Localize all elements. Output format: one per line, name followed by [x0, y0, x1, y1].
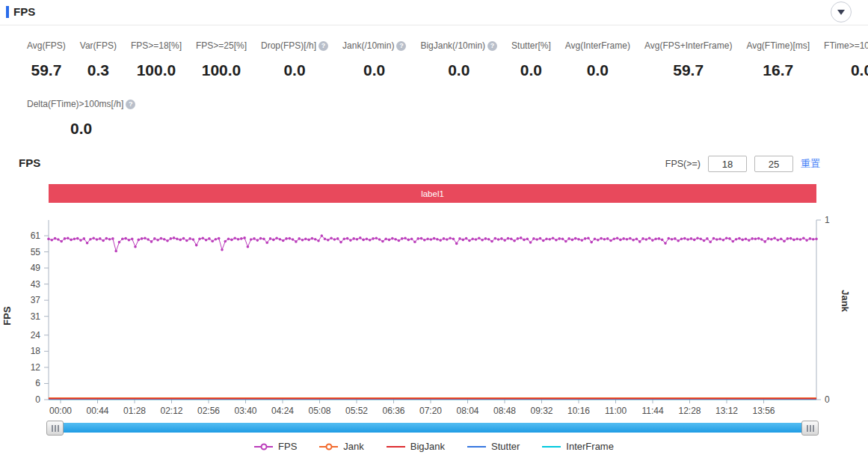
- svg-text:61: 61: [31, 230, 41, 241]
- stat-item: FPS>=18[%] ? 100.0: [131, 40, 182, 79]
- legend-label: FPS: [278, 441, 297, 452]
- svg-text:00:00: 00:00: [49, 406, 72, 415]
- stat-item: Jank(/10min) ? 0.0: [342, 40, 406, 79]
- accent-bar: [6, 6, 9, 18]
- svg-text:6: 6: [35, 378, 40, 388]
- stat-item: BigJank(/10min) ? 0.0: [420, 40, 497, 79]
- fps-chart[interactable]: 061218243137434955610100:0000:4401:2802:…: [0, 213, 868, 415]
- stat-value: 59.7: [673, 61, 704, 79]
- svg-text:18: 18: [31, 346, 41, 356]
- svg-text:10:16: 10:16: [567, 406, 590, 415]
- svg-text:07:20: 07:20: [419, 406, 442, 415]
- stat-value: 59.7: [31, 61, 61, 79]
- svg-text:0: 0: [825, 394, 830, 405]
- svg-text:1: 1: [825, 215, 830, 225]
- help-icon[interactable]: ?: [487, 41, 497, 51]
- help-icon[interactable]: ?: [396, 41, 406, 51]
- svg-text:11:00: 11:00: [605, 406, 627, 415]
- svg-text:43: 43: [31, 279, 41, 290]
- chart-title: FPS: [19, 156, 40, 169]
- fps-threshold-input-2[interactable]: [754, 156, 793, 172]
- stat-value: 0.0: [283, 61, 305, 79]
- stat-label: Avg(FTime)[ms]: [746, 40, 810, 51]
- legend-item-jank[interactable]: Jank: [319, 441, 363, 452]
- legend-label: InterFrame: [566, 441, 614, 452]
- svg-text:12: 12: [31, 362, 41, 373]
- stat-item: FTime>=100ms[%] ? 0.0: [824, 40, 868, 79]
- svg-text:Jank: Jank: [840, 290, 851, 312]
- help-icon[interactable]: ?: [126, 100, 135, 109]
- stat-item: Delta(FTime)>100ms[/h] ? 0.0: [27, 99, 135, 138]
- legend-item-interframe[interactable]: InterFrame: [542, 441, 614, 452]
- reset-link[interactable]: 重置: [801, 157, 820, 171]
- stat-label: Var(FPS): [80, 40, 117, 51]
- svg-text:02:12: 02:12: [160, 406, 182, 415]
- stat-item: Avg(FPS) ? 59.7: [27, 40, 66, 79]
- collapse-button[interactable]: [831, 1, 852, 22]
- svg-text:31: 31: [31, 311, 41, 322]
- svg-text:37: 37: [31, 295, 41, 305]
- svg-text:03:40: 03:40: [234, 406, 256, 415]
- svg-text:05:52: 05:52: [345, 406, 368, 415]
- svg-text:0: 0: [35, 394, 40, 405]
- panel-title-wrap: FPS: [6, 5, 35, 18]
- fps-panel: FPS Avg(FPS) ? 59.7 Var(FPS) ? 0.3 FPS>=…: [0, 0, 868, 455]
- svg-text:12:28: 12:28: [678, 406, 701, 415]
- datazoom-handle-left[interactable]: [46, 421, 64, 436]
- legend-label: Jank: [343, 441, 363, 452]
- legend-marker-icon: [467, 446, 486, 448]
- svg-text:11:44: 11:44: [641, 406, 663, 415]
- legend-marker-icon: [254, 446, 273, 448]
- stat-value: 0.0: [520, 61, 542, 79]
- legend-label: Stutter: [491, 441, 520, 452]
- svg-text:05:08: 05:08: [308, 406, 330, 415]
- stat-value: 100.0: [137, 61, 176, 79]
- chevron-down-icon: [837, 10, 845, 15]
- stat-value: 0.0: [70, 120, 92, 138]
- label-banner-text: label1: [421, 189, 444, 198]
- svg-text:08:04: 08:04: [456, 406, 478, 415]
- legend-item-stutter[interactable]: Stutter: [467, 441, 520, 452]
- svg-text:55: 55: [31, 247, 41, 257]
- stat-label: Avg(FPS+InterFrame): [644, 40, 732, 51]
- legend-marker-icon: [387, 446, 405, 448]
- stat-value: 100.0: [202, 61, 241, 79]
- stat-value: 0.0: [587, 61, 609, 79]
- svg-text:24: 24: [31, 330, 41, 341]
- stat-item: FPS>=25[%] ? 100.0: [196, 40, 247, 79]
- fps-filter-label: FPS(>=): [665, 159, 701, 169]
- svg-text:00:44: 00:44: [86, 406, 108, 415]
- stat-label: FPS>=18[%]: [131, 40, 182, 51]
- stat-label: Stutter[%]: [511, 40, 551, 51]
- legend-item-bigjank[interactable]: BigJank: [387, 441, 445, 452]
- datazoom-range-bar[interactable]: [55, 423, 810, 433]
- stat-item: Avg(FPS+InterFrame) ? 59.7: [644, 40, 732, 79]
- panel-header: FPS: [0, 0, 868, 25]
- help-icon[interactable]: ?: [318, 41, 328, 51]
- fps-threshold-controls: FPS(>=) 重置: [665, 156, 820, 172]
- stat-item: Avg(FTime)[ms] ? 16.7: [746, 40, 810, 79]
- stat-label: BigJank(/10min): [420, 40, 485, 51]
- stat-item: Var(FPS) ? 0.3: [80, 40, 117, 79]
- fps-threshold-input-1[interactable]: [708, 156, 747, 172]
- stat-value: 0.0: [448, 61, 470, 79]
- stat-value: 16.7: [763, 61, 793, 79]
- stat-label: Avg(FPS): [27, 40, 66, 51]
- datazoom-handle-right[interactable]: [801, 421, 819, 436]
- stat-label: FPS>=25[%]: [196, 40, 247, 51]
- stat-value: 0.0: [363, 61, 385, 79]
- stat-label: Delta(FTime)>100ms[/h]: [27, 99, 123, 109]
- datazoom-scrollbar[interactable]: [46, 421, 819, 436]
- svg-text:01:28: 01:28: [123, 406, 146, 415]
- stat-label: FTime>=100ms[%]: [824, 40, 868, 51]
- svg-text:09:32: 09:32: [530, 406, 552, 415]
- svg-text:02:56: 02:56: [197, 406, 220, 415]
- stats-row-1: Avg(FPS) ? 59.7 Var(FPS) ? 0.3 FPS>=18[%…: [27, 40, 868, 79]
- stats-row-2: Delta(FTime)>100ms[/h] ? 0.0: [27, 99, 135, 138]
- chart-legend: FPSJankBigJankStutterInterFrame: [0, 441, 868, 452]
- stat-value: 0.0: [851, 61, 868, 79]
- svg-text:FPS: FPS: [1, 306, 13, 326]
- svg-text:08:48: 08:48: [493, 406, 516, 415]
- svg-text:13:12: 13:12: [715, 406, 738, 415]
- legend-item-fps[interactable]: FPS: [254, 441, 297, 452]
